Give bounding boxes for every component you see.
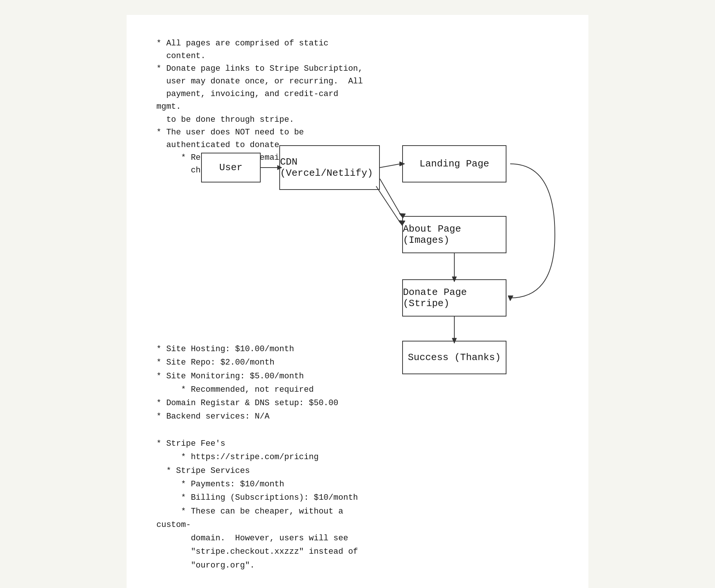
notes-bottom: * Site Hosting: $10.00/month * Site Repo…	[156, 343, 372, 572]
diagram: User CDN (Vercel/Netlify) Landing Page A…	[194, 134, 566, 343]
svg-line-6	[376, 186, 401, 223]
landing-box: Landing Page	[402, 145, 506, 182]
donate-box: Donate Page (Stripe)	[402, 279, 506, 317]
success-box: Success (Thanks)	[402, 341, 506, 374]
svg-marker-8	[508, 296, 513, 301]
cdn-box: CDN (Vercel/Netlify)	[279, 145, 380, 190]
svg-line-4	[380, 179, 401, 216]
about-box: About Page (Images)	[402, 216, 506, 253]
page: * All pages are comprised of static cont…	[127, 15, 588, 588]
user-box: User	[201, 153, 261, 182]
svg-line-2	[380, 164, 400, 168]
